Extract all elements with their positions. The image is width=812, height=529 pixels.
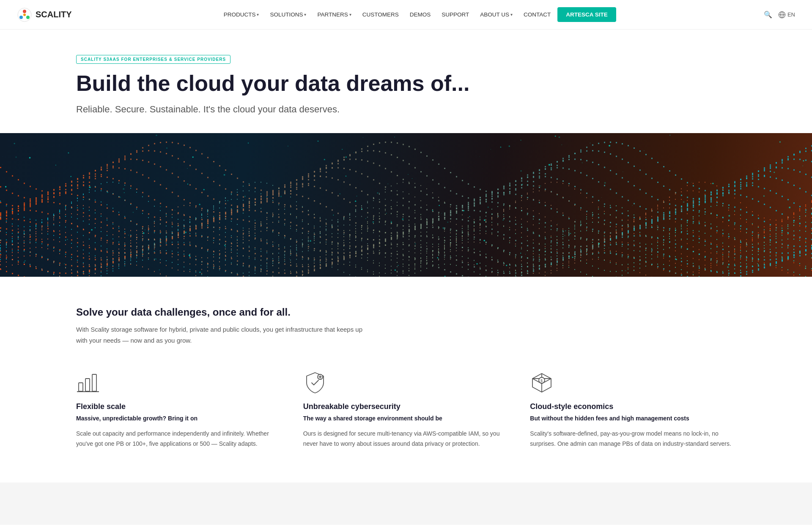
svg-point-4 [23,14,26,16]
bottom-gray-section [0,483,812,525]
language-selector[interactable]: EN [778,11,795,19]
features-section: Solve your data challenges, once and for… [0,277,812,483]
chevron-down-icon: ▾ [349,12,351,17]
nav-item-products[interactable]: PRODUCTS ▾ [219,9,263,20]
shield-icon [303,371,327,395]
hero-badge: SCALITY S3AAS FOR ENTERPRISES & SERVICE … [76,55,230,64]
feature-desc-economics: Scality's software-defined, pay-as-you-g… [530,429,736,449]
feature-card-security: Unbreakable cybersecurity The way a shar… [303,371,509,449]
feature-card-scale: Flexible scale Massive, unpredictable gr… [76,371,282,449]
globe-icon [778,11,786,19]
feature-subtitle-scale: Massive, unpredictable growth? Bring it … [76,414,282,423]
box-icon: $ [530,371,554,395]
hero-image [0,133,812,277]
nav-item-solutions[interactable]: SOLUTIONS ▾ [266,9,310,20]
svg-rect-9 [85,379,90,391]
nav-item-partners[interactable]: PARTNERS ▾ [313,9,355,20]
nav-item-demos[interactable]: DEMOS [406,9,435,20]
feature-title-scale: Flexible scale [76,402,282,411]
feature-card-economics: $ Cloud-style economics But without the … [530,371,736,449]
features-intro: With Scality storage software for hybrid… [76,324,364,346]
hero-text-section: SCALITY S3AAS FOR ENTERPRISES & SERVICE … [0,30,812,133]
nav-item-contact[interactable]: CONTACT [519,9,555,20]
svg-rect-10 [92,374,96,391]
nav-item-cta[interactable]: ARTESCA SITE [557,7,616,22]
logo-link[interactable]: SCALITY [17,7,72,22]
logo-text: SCALITY [36,10,72,19]
search-icon[interactable]: 🔍 [764,11,772,19]
logo-icon [17,7,32,22]
nav-item-about[interactable]: ABOUT US ▾ [476,9,517,20]
svg-point-2 [19,16,23,19]
svg-point-3 [26,16,30,19]
chevron-down-icon: ▾ [304,12,306,17]
chevron-down-icon: ▾ [257,12,259,17]
scale-icon [76,371,100,395]
svg-text:$: $ [540,379,543,383]
main-nav: SCALITY PRODUCTS ▾ SOLUTIONS ▾ PARTNERS … [0,0,812,30]
nav-item-customers[interactable]: CUSTOMERS [358,9,403,20]
feature-subtitle-security: The way a shared storage environment sho… [303,414,509,423]
svg-point-1 [23,10,26,13]
hero-canvas [0,133,812,277]
hero-title: Build the cloud your data dreams of... [76,71,736,95]
feature-subtitle-economics: But without the hidden fees and high man… [530,414,736,423]
features-grid: Flexible scale Massive, unpredictable gr… [76,371,736,449]
svg-rect-11 [77,391,99,392]
feature-title-economics: Cloud-style economics [530,402,736,411]
svg-rect-8 [79,383,83,391]
hero-subtitle: Reliable. Secure. Sustainable. It's the … [76,102,736,116]
nav-item-support[interactable]: SUPPORT [437,9,473,20]
nav-right: 🔍 EN [764,11,795,19]
features-title: Solve your data challenges, once and for… [76,306,736,318]
chevron-down-icon: ▾ [510,12,513,17]
feature-title-security: Unbreakable cybersecurity [303,402,509,411]
feature-desc-security: Ours is designed for secure multi-tenanc… [303,429,509,449]
nav-links: PRODUCTS ▾ SOLUTIONS ▾ PARTNERS ▾ CUSTOM… [219,7,616,22]
feature-desc-scale: Scale out capacity and performance indep… [76,429,282,449]
